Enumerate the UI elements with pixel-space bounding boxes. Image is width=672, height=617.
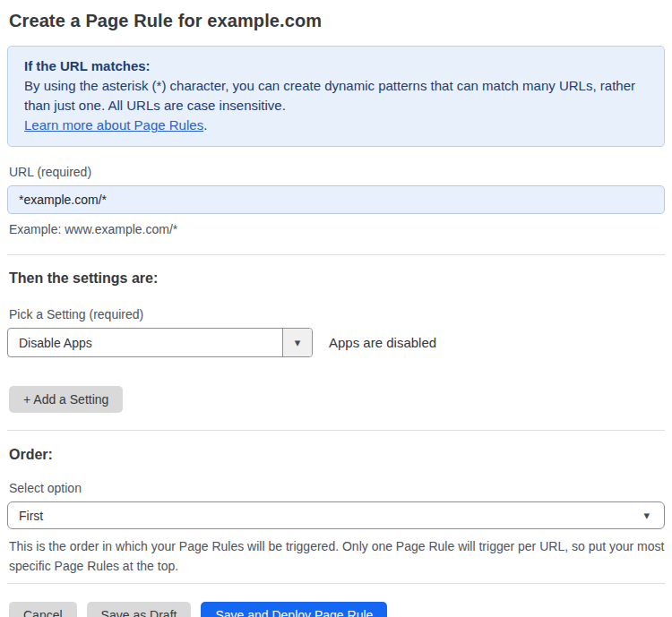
create-page-rule-panel: Create a Page Rule for example.com If th…	[0, 0, 672, 617]
order-helper-text: This is the order in which your Page Rul…	[7, 536, 665, 576]
add-setting-button[interactable]: + Add a Setting	[9, 386, 123, 413]
url-field-label: URL (required)	[7, 165, 665, 179]
setting-select-arrow-button[interactable]: ▾	[282, 329, 312, 356]
learn-more-link[interactable]: Learn more about Page Rules	[24, 117, 203, 133]
setting-row: Disable Apps ▾ Apps are disabled	[7, 328, 665, 357]
pick-setting-label: Pick a Setting (required)	[7, 307, 665, 321]
order-select[interactable]: First ▾	[7, 501, 665, 529]
url-match-info-box: If the URL matches: By using the asteris…	[7, 46, 665, 147]
order-section-heading: Order:	[7, 447, 665, 463]
cancel-button[interactable]: Cancel	[9, 602, 77, 617]
chevron-down-icon: ▾	[295, 336, 301, 349]
setting-select[interactable]: Disable Apps ▾	[7, 328, 313, 357]
info-box-heading: If the URL matches:	[24, 56, 648, 76]
info-box-body: By using the asterisk (*) character, you…	[24, 76, 648, 116]
save-as-draft-button[interactable]: Save as Draft	[87, 602, 192, 617]
order-select-label: Select option	[7, 481, 665, 495]
footer-divider	[7, 583, 665, 584]
info-box-link-line: Learn more about Page Rules.	[24, 116, 648, 135]
section-divider	[7, 254, 665, 255]
chevron-down-icon: ▾	[643, 509, 650, 522]
save-and-deploy-button[interactable]: Save and Deploy Page Rule	[201, 602, 387, 617]
footer-actions: Cancel Save as Draft Save and Deploy Pag…	[7, 602, 665, 617]
setting-status-text: Apps are disabled	[329, 335, 436, 350]
url-input[interactable]	[7, 185, 665, 214]
url-example-helper: Example: www.example.com/*	[7, 219, 665, 239]
link-suffix: .	[203, 117, 207, 133]
page-title: Create a Page Rule for example.com	[7, 11, 665, 31]
order-select-value: First	[19, 509, 43, 523]
setting-select-value: Disable Apps	[8, 329, 282, 356]
settings-section-heading: Then the settings are:	[7, 270, 665, 287]
section-divider	[7, 430, 665, 431]
